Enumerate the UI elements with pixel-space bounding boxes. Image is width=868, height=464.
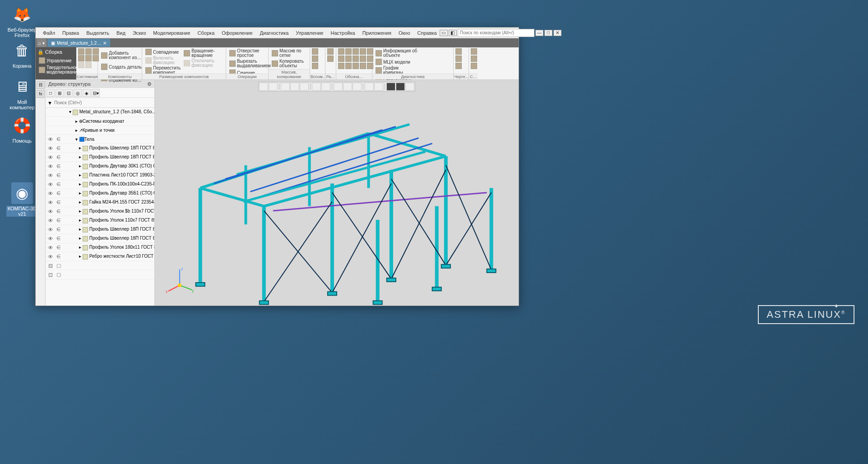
tree-row[interactable]: 👁∈▸ Профиль Уголок $b 110x7 ГОСТ…: [46, 207, 154, 216]
viewport-3d[interactable]: z y x: [155, 80, 519, 306]
rotation-button[interactable]: Вращение- вращение: [182, 48, 216, 58]
visibility-icon[interactable]: 👁: [46, 172, 55, 179]
tree-row[interactable]: 👁∈▾ 🟦Тела: [46, 135, 154, 144]
menu-item[interactable]: Сборка: [195, 29, 218, 37]
menu-item[interactable]: Окно: [396, 29, 413, 37]
hole-button[interactable]: Отверстие простое: [228, 48, 272, 58]
menu-item[interactable]: Файл: [40, 29, 58, 37]
menu-item[interactable]: Справка: [415, 29, 440, 37]
include-icon[interactable]: ∈: [55, 145, 63, 151]
visibility-icon[interactable]: 👁: [46, 190, 55, 197]
visibility-icon[interactable]: ⊡: [46, 272, 55, 278]
tree-tb-6[interactable]: ⊟▾: [92, 89, 100, 97]
desktop-icon[interactable]: 🛟Помощь: [6, 115, 38, 144]
coincidence-button[interactable]: Совпадение: [144, 48, 182, 56]
desktop-icon[interactable]: 🗑Корзина: [6, 40, 38, 69]
open-icon[interactable]: [85, 48, 92, 55]
menu-item[interactable]: Диагностика: [257, 29, 292, 37]
close-button[interactable]: ✕: [553, 30, 562, 36]
tree-row[interactable]: 👁∈▸ Профиль Уголок 110x7 ГОСТ 85…: [46, 216, 154, 225]
include-icon[interactable]: ▢: [55, 263, 63, 269]
filter-icon[interactable]: ▼: [47, 100, 52, 106]
layout-btn-2[interactable]: ◧: [449, 30, 457, 36]
close-icon[interactable]: ✕: [103, 41, 107, 46]
tree-row[interactable]: ⊟▢: [46, 261, 154, 270]
print-icon[interactable]: [78, 55, 84, 61]
tree-row[interactable]: 👁∈▸ Профиль Двутавр 35Б1 (СТО) С…: [46, 189, 154, 198]
enable-fix-button[interactable]: Включить фиксацию: [144, 56, 182, 65]
menu-item[interactable]: Эскиз: [130, 29, 149, 37]
undo-icon[interactable]: [78, 62, 84, 68]
tree-row[interactable]: 👁∈▸ Профиль Швеллер 18П ГОСТ 82…: [46, 144, 154, 153]
tree-search-input[interactable]: [54, 100, 153, 105]
tree-row[interactable]: 👁∈▸ Профиль Швеллер 18П ГОСТ 82…: [46, 234, 154, 243]
menu-item[interactable]: Оформление: [219, 29, 255, 37]
include-icon[interactable]: ∈: [55, 200, 63, 205]
include-icon[interactable]: ∈: [55, 154, 63, 160]
menu-item[interactable]: Приложения: [360, 29, 394, 37]
visibility-icon[interactable]: 👁: [46, 227, 55, 233]
include-icon[interactable]: ∈: [55, 181, 63, 187]
minimize-button[interactable]: —: [535, 30, 543, 36]
copy-objects-button[interactable]: Копировать объекты: [270, 59, 305, 69]
redo-icon[interactable]: [85, 62, 92, 68]
menu-item[interactable]: Моделирование: [150, 29, 193, 37]
tree-tb-3[interactable]: ⊡: [65, 89, 73, 97]
menu-item[interactable]: Правка: [60, 29, 82, 37]
tree-row[interactable]: 👁∈▸ Ребро жесткости Лист10 ГОСТ 1…: [46, 252, 154, 261]
rail-tree-icon[interactable]: 目: [37, 81, 45, 89]
visibility-icon[interactable]: 👁: [46, 154, 55, 161]
ribbon-tab-sborka[interactable]: 🔒 Сборка Управление Твердотельное модели…: [36, 47, 76, 79]
include-icon[interactable]: ∈: [55, 218, 63, 223]
tree-row[interactable]: 👁∈▸ Пластина Лист10 ГОСТ 19903-2…: [46, 171, 154, 180]
home-tab[interactable]: ⌂ ▾: [37, 39, 46, 47]
include-icon[interactable]: ▢: [55, 272, 63, 278]
tree-row[interactable]: ▸ ↗Кривые и точки: [46, 126, 154, 135]
command-search-input[interactable]: [458, 29, 534, 37]
tree-row[interactable]: 👁∈▸ Гайка M24-6H.155 ГОСТ 22354-7…: [46, 198, 154, 207]
visibility-icon[interactable]: 👁: [46, 200, 55, 206]
create-part-button[interactable]: Создать деталь: [100, 63, 143, 70]
tree-row[interactable]: 👁∈▸ Профиль Швеллер 18П ГОСТ 82…: [46, 225, 154, 234]
visibility-icon[interactable]: ⊟: [46, 263, 55, 269]
tree-row[interactable]: ⊡▢: [46, 270, 154, 279]
visibility-icon[interactable]: 👁: [46, 245, 55, 251]
object-info-button[interactable]: Информация об объекте: [374, 48, 418, 58]
rail-fx-icon[interactable]: fx: [37, 90, 45, 98]
array-grid-button[interactable]: Массив по сетке: [270, 48, 305, 58]
tree-row[interactable]: 👁∈▸ Профиль ПК-100x100x4-C235-ГС…: [46, 180, 154, 189]
tree-row[interactable]: ▾ Metal_structure_1.2 (Тел-1848, Сбо…: [46, 108, 154, 117]
maximize-button[interactable]: □: [544, 30, 552, 36]
menu-item[interactable]: Настройка: [328, 29, 357, 37]
layout-btn-1[interactable]: ▭: [440, 30, 448, 36]
desktop-icon[interactable]: ◉КОМПАС-3D v21: [6, 182, 38, 217]
cut-extrude-button[interactable]: Вырезать выдавливанием: [228, 59, 272, 69]
tree-tb-5[interactable]: ◈: [83, 89, 91, 97]
visibility-icon[interactable]: 👁: [46, 209, 55, 215]
menu-item[interactable]: Управление: [293, 29, 326, 37]
vtb-2[interactable]: [269, 83, 278, 91]
visibility-icon[interactable]: 👁: [46, 145, 55, 152]
desktop-icon[interactable]: 🦊Веб-браузер Firefox: [6, 4, 38, 38]
mch-model-button[interactable]: МЦХ модели: [374, 58, 418, 65]
include-icon[interactable]: ∈: [55, 245, 63, 251]
include-icon[interactable]: ∈: [55, 136, 63, 142]
filter-icon[interactable]: [396, 83, 405, 91]
include-icon[interactable]: ∈: [55, 236, 63, 241]
add-component-button[interactable]: Добавить компонент из…: [100, 48, 143, 63]
include-icon[interactable]: ∈: [55, 163, 63, 169]
include-icon[interactable]: ∈: [55, 190, 63, 196]
new-icon[interactable]: [78, 48, 84, 55]
visibility-icon[interactable]: 👁: [46, 254, 55, 260]
include-icon[interactable]: ∈: [55, 254, 63, 260]
gear-icon[interactable]: ⚙: [147, 81, 152, 87]
menu-item[interactable]: Вид: [114, 29, 128, 37]
tree-row[interactable]: 👁∈▸ Профиль Швеллер 18П ГОСТ 82…: [46, 153, 154, 162]
tree-tb-4[interactable]: ◎: [74, 89, 82, 97]
tree-tb-2[interactable]: ⊞: [56, 89, 64, 97]
visibility-icon[interactable]: 👁: [46, 236, 55, 242]
visibility-icon[interactable]: 👁: [46, 218, 55, 224]
visibility-icon[interactable]: 👁: [46, 163, 55, 170]
include-icon[interactable]: ∈: [55, 172, 63, 178]
include-icon[interactable]: ∈: [55, 209, 63, 214]
